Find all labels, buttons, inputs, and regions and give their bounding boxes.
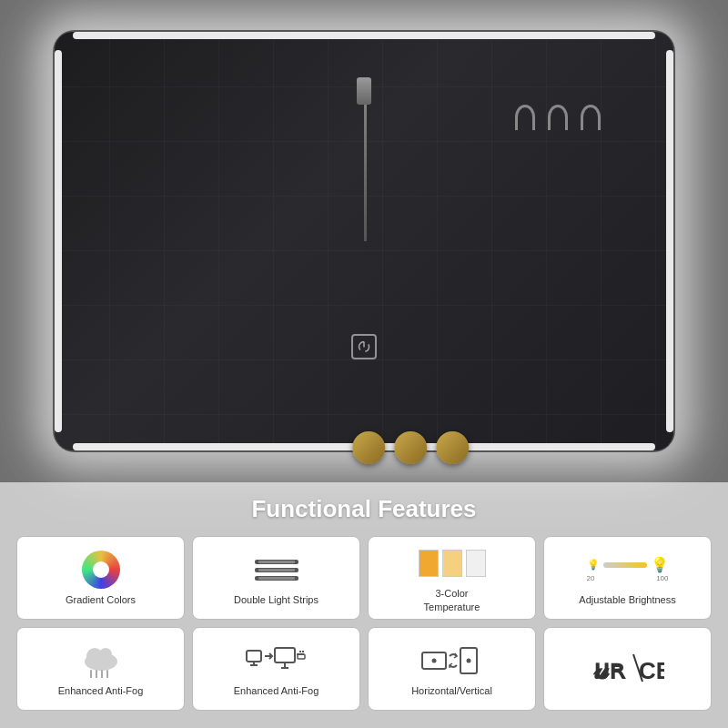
anti-fog-1-label: Enhanced Anti-Fog <box>58 684 144 697</box>
temp-cool-swatch <box>466 550 486 577</box>
horizontal-vertical-icon <box>420 642 484 680</box>
gradient-colors-icon <box>82 551 120 589</box>
double-light-strips-icon <box>255 551 298 589</box>
temp-neutral-swatch <box>442 550 462 577</box>
svg-rect-13 <box>275 648 295 662</box>
brightness-icon: 💡 💡 20 100 <box>587 551 669 589</box>
feature-card-gradient-colors: Gradient Colors <box>16 536 185 620</box>
hooks-row <box>515 105 601 130</box>
color-temp-icon <box>419 544 486 582</box>
feature-card-ul-ce: 𝓊 ᴜʀ CE <box>543 627 712 711</box>
svg-text:CE: CE <box>639 657 664 684</box>
gradient-colors-label: Gradient Colors <box>66 593 136 606</box>
mirror-frame <box>55 32 673 450</box>
temp-warm-swatch <box>419 550 439 577</box>
features-title: Functional Features <box>16 495 712 523</box>
feature-card-double-light-strips: Double Light Strips <box>192 536 360 620</box>
svg-rect-9 <box>247 651 261 662</box>
svg-point-4 <box>99 648 112 661</box>
adjustable-brightness-label: Adjustable Brightness <box>579 593 675 606</box>
svg-rect-19 <box>298 654 305 659</box>
brightness-labels: 20 100 <box>587 575 669 582</box>
svg-text:ᴜʀ: ᴜʀ <box>593 654 626 684</box>
anti-fog-1-icon <box>78 642 124 680</box>
3-color-temp-label: 3-ColorTemperature <box>424 587 480 613</box>
svg-point-21 <box>431 659 436 663</box>
features-section: Functional Features Gradient Colors Doub… <box>0 482 728 728</box>
brightness-max-label: 100 <box>656 575 668 582</box>
mirror-inner <box>55 32 673 450</box>
feature-card-3-color-temperature: 3-ColorTemperature <box>368 536 536 620</box>
brightness-bar <box>603 562 647 568</box>
accessory-circle <box>436 431 469 464</box>
svg-point-23 <box>466 659 470 663</box>
mirror-section <box>0 0 728 482</box>
mirror-glow-left <box>55 50 62 432</box>
brightness-bulb-small-icon: 💡 <box>587 560 600 570</box>
feature-card-enhanced-anti-fog-1: Enhanced Anti-Fog <box>16 627 185 711</box>
anti-fog-2-icon <box>245 642 308 680</box>
hook-icon <box>515 105 535 130</box>
power-button-icon[interactable] <box>351 334 377 359</box>
double-light-strips-label: Double Light Strips <box>234 593 318 606</box>
mirror-glow-top <box>73 32 655 39</box>
hook-icon <box>548 105 568 130</box>
brightness-min-label: 20 <box>587 575 595 582</box>
anti-fog-2-label: Enhanced Anti-Fog <box>234 684 319 697</box>
brightness-bulb-large-icon: 💡 <box>651 558 669 572</box>
strip-line-2 <box>255 568 298 572</box>
feature-card-enhanced-anti-fog-2: Enhanced Anti-Fog <box>192 627 360 711</box>
hook-icon <box>581 105 601 130</box>
horizontal-vertical-label: Horizontal/Vertical <box>411 684 492 697</box>
mirror-glow-right <box>666 50 673 432</box>
feature-card-horizontal-vertical: Horizontal/Vertical <box>368 627 536 711</box>
ul-ce-icon: 𝓊 ᴜʀ CE <box>592 649 664 687</box>
mirror-accessories <box>352 431 469 464</box>
features-grid: Gradient Colors Double Light Strips <box>16 536 712 711</box>
accessory-circle <box>352 431 385 464</box>
shower-head-icon <box>357 77 371 105</box>
accessory-circle <box>394 431 427 464</box>
feature-card-adjustable-brightness: 💡 💡 20 100 Adjustable Brightness <box>543 536 712 620</box>
strip-line-3 <box>255 576 298 581</box>
strip-line-1 <box>255 560 298 564</box>
